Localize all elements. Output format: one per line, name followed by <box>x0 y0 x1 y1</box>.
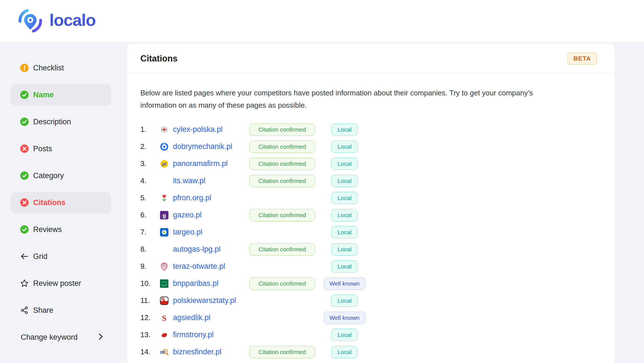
citation-row: 13. firmstrony.pl Local <box>140 326 615 343</box>
change-keyword-label: Change keyword <box>21 333 78 342</box>
page-title: Citations <box>140 54 178 64</box>
citation-confirmed-badge: Citation confirmed <box>249 123 315 136</box>
sidebar-item-category[interactable]: Category <box>0 162 127 189</box>
row-number: 5. <box>140 194 160 202</box>
citation-row: 8. autogas-lpg.pl Citation confirmed Loc… <box>140 241 615 258</box>
local-badge: Local <box>331 346 358 358</box>
favicon-gazeo-icon: g <box>160 211 168 219</box>
favicon-panoramafirm-icon: pf <box>160 160 168 168</box>
sidebar-item-reviews[interactable]: Reviews <box>0 216 127 243</box>
localo-pin-icon <box>17 8 43 34</box>
citation-row: 3. pf panoramafirm.pl Citation confirmed… <box>140 155 615 172</box>
sidebar-item-label: Description <box>33 118 71 126</box>
share-icon <box>20 306 29 315</box>
sidebar-item-label: Reviews <box>33 225 62 234</box>
citation-row: 4. its.waw.pl Citation confirmed Local <box>140 172 615 189</box>
sidebar-item-name[interactable]: Name <box>0 81 127 108</box>
chevron-right-icon <box>98 332 104 343</box>
citation-row: 10. bnpparibas.pl Citation confirmed Wel… <box>140 275 615 292</box>
svg-text:S: S <box>162 314 166 322</box>
domain-link[interactable]: its.waw.pl <box>173 176 205 185</box>
domain-link[interactable]: panoramafirm.pl <box>173 159 228 168</box>
x-circle-icon <box>20 198 29 207</box>
sidebar-item-label: Citations <box>33 198 66 207</box>
localo-logo[interactable]: localo <box>17 8 95 34</box>
citations-card-header: Citations BETA <box>127 43 615 74</box>
citations-card: Citations BETA Below are listed pages wh… <box>127 43 615 363</box>
domain-link[interactable]: polskiewarsztaty.pl <box>173 296 236 305</box>
domain-link[interactable]: agsiedlik.pl <box>173 313 211 322</box>
sidebar-item-label: Name <box>33 91 54 99</box>
citation-row: 1. cylex-polska.pl Citation confirmed Lo… <box>140 121 615 138</box>
sidebar-item-posts[interactable]: Posts <box>0 135 127 162</box>
domain-link[interactable]: pfron.org.pl <box>173 194 211 202</box>
local-badge: Local <box>331 226 358 238</box>
domain-link[interactable]: targeo.pl <box>173 228 202 236</box>
citation-row: 2. dobrymechanik.pl Citation confirmed L… <box>140 138 615 155</box>
domain-link[interactable]: bnpparibas.pl <box>173 279 218 288</box>
citation-row: 9. teraz-otwarte.pl Local <box>140 258 615 275</box>
citation-row: 7. targeo.pl Local <box>140 224 615 241</box>
local-badge: Local <box>331 329 358 341</box>
brand-wordmark: localo <box>49 10 95 31</box>
favicon-targeo-icon <box>160 228 168 236</box>
citation-row: 11. polskiewarsztaty.pl Local <box>140 292 615 309</box>
check-circle-icon <box>20 225 29 234</box>
citation-confirmed-badge: Citation confirmed <box>249 277 315 290</box>
favicon-teraz-icon <box>160 262 168 271</box>
check-circle-icon <box>20 171 29 180</box>
star-icon <box>20 279 29 288</box>
local-badge: Local <box>331 243 358 256</box>
row-number: 11. <box>140 296 160 305</box>
row-number: 10. <box>140 279 160 288</box>
favicon-pfron-icon <box>160 194 168 202</box>
warning-circle-icon <box>20 63 29 72</box>
check-circle-icon <box>20 117 29 126</box>
sidebar-item-label: Posts <box>33 144 52 153</box>
row-number: 3. <box>140 159 160 168</box>
citations-card-body: Below are listed pages where your compet… <box>127 87 615 360</box>
favicon-placeholder <box>160 245 168 254</box>
citation-confirmed-badge: Citation confirmed <box>249 346 315 358</box>
local-badge: Local <box>331 175 358 187</box>
sidebar-item-grid[interactable]: Grid <box>0 243 127 270</box>
favicon-placeholder <box>160 177 168 185</box>
domain-link[interactable]: teraz-otwarte.pl <box>173 262 225 270</box>
row-number: 4. <box>140 176 160 185</box>
local-badge: Local <box>331 192 358 204</box>
svg-text:g: g <box>163 212 166 219</box>
sidebar-item-label: Grid <box>33 252 47 261</box>
domain-link[interactable]: firmstrony.pl <box>173 330 214 339</box>
well-known-badge: Well known <box>324 312 366 324</box>
change-keyword-button[interactable]: Change keyword <box>0 324 127 351</box>
favicon-warsztaty-icon <box>160 297 168 305</box>
sidebar-item-review-poster[interactable]: Review poster <box>0 270 127 297</box>
row-number: 13. <box>140 330 160 339</box>
local-badge: Local <box>331 260 358 273</box>
citation-confirmed-badge: Citation confirmed <box>249 243 315 256</box>
citation-row: 6. g gazeo.pl Citation confirmed Local <box>140 206 615 224</box>
domain-link[interactable]: biznesfinder.pl <box>173 348 221 356</box>
check-circle-icon <box>20 90 29 99</box>
sidebar-item-description[interactable]: Description <box>0 108 127 135</box>
favicon-dobrymechanik-icon <box>160 143 168 151</box>
sidebar-item-share[interactable]: Share <box>0 297 127 324</box>
checklist-sidebar: Checklist Name Description Posts Categor… <box>0 42 127 351</box>
domain-link[interactable]: gazeo.pl <box>173 211 202 219</box>
sidebar-item-checklist[interactable]: Checklist <box>0 54 127 81</box>
citation-confirmed-badge: Citation confirmed <box>249 158 315 170</box>
well-known-badge: Well known <box>324 277 366 290</box>
citation-confirmed-badge: Citation confirmed <box>249 141 315 153</box>
sidebar-item-citations[interactable]: Citations <box>0 189 127 216</box>
local-badge: Local <box>331 141 358 153</box>
favicon-biznesfinder-icon: BF <box>160 348 168 356</box>
domain-link[interactable]: dobrymechanik.pl <box>173 142 232 151</box>
domain-link[interactable]: cylex-polska.pl <box>173 125 223 134</box>
citation-row: 14. BF biznesfinder.pl Citation confirme… <box>140 343 615 360</box>
top-header: localo <box>0 0 644 42</box>
row-number: 1. <box>140 125 160 134</box>
local-badge: Local <box>331 158 358 170</box>
domain-link[interactable]: autogas-lpg.pl <box>173 245 221 253</box>
sidebar-item-label: Review poster <box>33 279 81 288</box>
sidebar-item-label: Checklist <box>33 64 64 72</box>
